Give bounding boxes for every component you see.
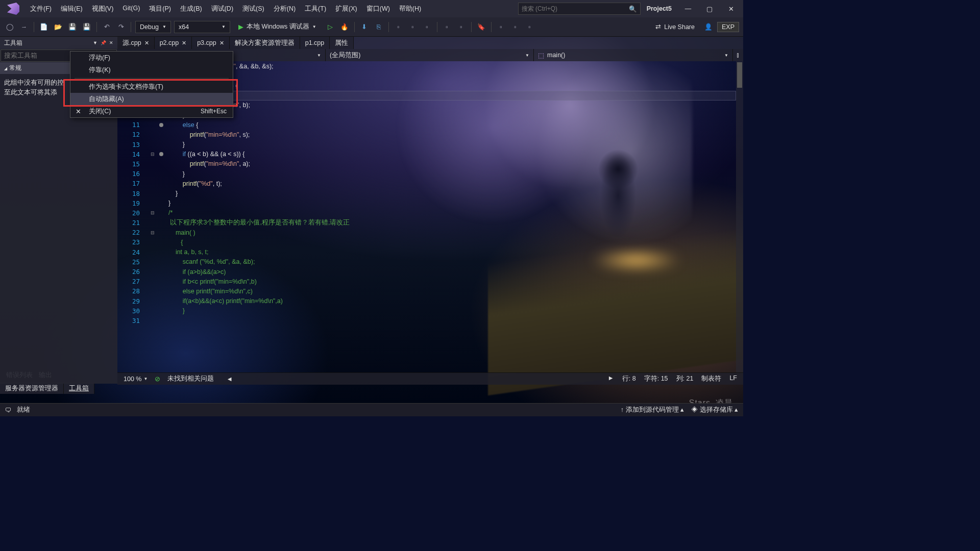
hot-reload-icon[interactable]: 🔥 xyxy=(339,21,350,33)
tab-p1.cpp[interactable]: p1.cpp xyxy=(300,37,330,49)
close-button[interactable]: ✕ xyxy=(721,2,741,16)
bottom-tabs: 服务器资源管理器工具箱 xyxy=(0,383,94,394)
ok-icon: ⊘ xyxy=(155,375,160,383)
dropdown-icon[interactable]: ▼ xyxy=(93,40,97,45)
zoom-level[interactable]: 100 %▼ xyxy=(124,375,148,383)
ctx-auto-hide[interactable]: 自动隐藏(A) xyxy=(70,93,233,105)
t8-icon[interactable]: ▫ xyxy=(524,21,535,33)
t6-icon[interactable]: ▫ xyxy=(496,21,507,33)
t5-icon[interactable]: ▫ xyxy=(456,21,467,33)
cursor-col: 列: 21 xyxy=(676,374,694,383)
cursor-char: 字符: 15 xyxy=(644,374,668,383)
tab-解决方案资源管理器[interactable]: 解决方案资源管理器 xyxy=(230,37,300,49)
step-icon[interactable]: ⬇ xyxy=(359,21,370,33)
line-ending: LF xyxy=(729,374,737,383)
start-debug-button[interactable]: ▶本地 Windows 调试器▼ xyxy=(233,22,322,31)
menu-调试(D)[interactable]: 调试(D) xyxy=(207,2,238,16)
ctx-tabbed-dock[interactable]: 作为选项卡式文档停靠(T) xyxy=(70,81,233,93)
minimize-button[interactable]: — xyxy=(678,2,698,16)
bottom-tab-工具箱[interactable]: 工具箱 xyxy=(64,383,94,394)
menu-测试(S)[interactable]: 测试(S) xyxy=(238,2,269,16)
ctx-close[interactable]: ✕关闭(C)Shift+Esc xyxy=(70,105,233,117)
issues-text: 未找到相关问题 xyxy=(167,374,214,383)
menu-bar: 文件(F)编辑(E)视图(V)Git(G)项目(P)生成(B)调试(D)测试(S… xyxy=(26,2,426,16)
play-icon: ▶ xyxy=(238,23,243,31)
tab-属性[interactable]: 属性 xyxy=(330,37,354,49)
exp-badge: EXP xyxy=(717,22,739,32)
menu-帮助(H)[interactable]: 帮助(H) xyxy=(395,2,426,16)
close-icon[interactable]: ✕ xyxy=(144,40,149,46)
titlebar: 文件(F)编辑(E)视图(V)Git(G)项目(P)生成(B)调试(D)测试(S… xyxy=(0,0,743,17)
editor-status-bar: 100 %▼ ⊘ 未找到相关问题 ◄ ► 行: 8 字符: 15 列: 21 制… xyxy=(117,372,743,385)
maximize-button[interactable]: ▢ xyxy=(699,2,720,16)
menu-工具(T)[interactable]: 工具(T) xyxy=(300,2,331,16)
nav-scope[interactable]: (全局范围)▼ xyxy=(326,49,534,61)
share-icon: ⇄ xyxy=(655,23,661,31)
close-icon[interactable]: ✕ xyxy=(109,40,113,45)
close-icon[interactable]: ✕ xyxy=(182,40,186,46)
status-ready: 就绪 xyxy=(17,406,30,414)
t1-icon[interactable]: ▫ xyxy=(393,21,404,33)
scrollbar[interactable] xyxy=(736,61,743,372)
nav-function[interactable]: ⬚main()▼ xyxy=(534,49,733,61)
menu-窗口(W)[interactable]: 窗口(W) xyxy=(362,2,395,16)
nav-fwd-icon[interactable]: → xyxy=(18,21,30,33)
toolbox-title: 工具箱 xyxy=(4,39,90,47)
open-icon[interactable]: 📂 xyxy=(53,21,64,33)
redo-icon[interactable]: ↷ xyxy=(115,21,127,33)
tab-源.cpp[interactable]: 源.cpp✕ xyxy=(117,37,155,49)
start-nodebug-icon[interactable]: ▷ xyxy=(325,21,336,33)
hscroll-right-icon[interactable]: ► xyxy=(607,374,614,383)
search-icon: 🔍 xyxy=(629,5,637,13)
status-bar: 🗨 就绪 ↑ 添加到源代码管理 ▴ ◈ 选择存储库 ▴ xyxy=(0,403,743,416)
menu-项目(P)[interactable]: 项目(P) xyxy=(144,2,176,16)
menu-视图(V)[interactable]: 视图(V) xyxy=(87,2,118,16)
save-all-icon[interactable]: 💾 xyxy=(81,21,92,33)
editor-tabs: 源.cpp✕p2.cpp✕p3.cpp✕解决方案资源管理器p1.cpp属性 xyxy=(117,37,743,49)
output-icon[interactable]: 🗨 xyxy=(5,407,12,414)
menu-Git(G)[interactable]: Git(G) xyxy=(118,2,144,16)
menu-分析(N)[interactable]: 分析(N) xyxy=(269,2,300,16)
platform-dropdown[interactable]: x64▼ xyxy=(174,21,230,33)
cube-icon: ⬚ xyxy=(538,52,544,59)
repo-select[interactable]: ◈ 选择存储库 ▴ xyxy=(691,406,738,414)
new-icon[interactable]: 📄 xyxy=(38,21,50,33)
src-control[interactable]: ↑ 添加到源代码管理 ▴ xyxy=(621,406,684,414)
nav-back-icon[interactable]: ◯ xyxy=(4,21,15,33)
menu-编辑(E)[interactable]: 编辑(E) xyxy=(56,2,87,16)
toolbar: ◯ → 📄 📂 💾 💾 ↶ ↷ Debug▼ x64▼ ▶本地 Windows … xyxy=(0,17,743,37)
pin-icon[interactable]: 📌 xyxy=(101,40,106,45)
close-icon[interactable]: ✕ xyxy=(219,40,224,46)
t3-icon[interactable]: ▫ xyxy=(422,21,433,33)
context-menu: 浮动(F) 停靠(K) 作为选项卡式文档停靠(T) 自动隐藏(A) ✕关闭(C)… xyxy=(70,51,233,118)
tab-p3.cpp[interactable]: p3.cpp✕ xyxy=(192,37,230,49)
tab-p2.cpp[interactable]: p2.cpp✕ xyxy=(155,37,192,49)
split-icon[interactable]: ⫿ xyxy=(733,49,743,61)
bookmark-icon[interactable]: 🔖 xyxy=(476,21,487,33)
global-search[interactable]: 🔍 xyxy=(518,3,641,15)
bottom-tab-服务器资源管理器[interactable]: 服务器资源管理器 xyxy=(0,383,64,394)
ctx-float[interactable]: 浮动(F) xyxy=(70,52,233,64)
t4-icon[interactable]: ▫ xyxy=(442,21,453,33)
save-icon[interactable]: 💾 xyxy=(67,21,78,33)
live-share-button[interactable]: ⇄Live Share xyxy=(650,23,700,31)
close-icon: ✕ xyxy=(76,108,81,115)
t7-icon[interactable]: ▫ xyxy=(510,21,521,33)
cursor-line: 行: 8 xyxy=(622,374,636,383)
feedback-icon[interactable]: 👤 xyxy=(703,21,714,33)
menu-生成(B)[interactable]: 生成(B) xyxy=(176,2,207,16)
menu-扩展(X)[interactable]: 扩展(X) xyxy=(331,2,362,16)
config-dropdown[interactable]: Debug▼ xyxy=(135,21,171,33)
ctx-dock: 停靠(K) xyxy=(70,64,233,76)
undo-icon[interactable]: ↶ xyxy=(101,21,112,33)
menu-文件(F)[interactable]: 文件(F) xyxy=(26,2,56,16)
indent-mode: 制表符 xyxy=(701,374,721,383)
hscroll-left-icon[interactable]: ◄ xyxy=(226,375,232,383)
project-name: Project5 xyxy=(647,5,672,12)
proc-icon[interactable]: ⎘ xyxy=(373,21,384,33)
search-input[interactable] xyxy=(522,5,629,12)
vs-logo-icon xyxy=(7,3,19,15)
t2-icon[interactable]: ▫ xyxy=(407,21,419,33)
